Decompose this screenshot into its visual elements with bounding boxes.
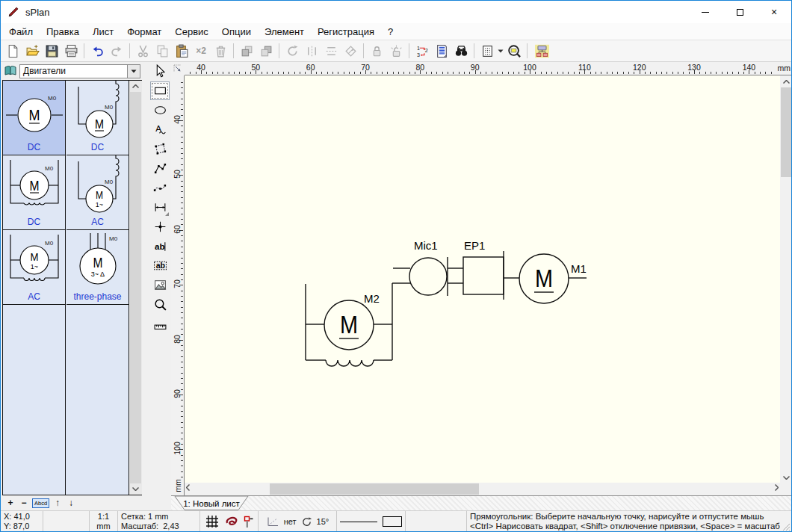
save-button[interactable] (42, 41, 61, 61)
library-item-ac-2[interactable]: M 1~ M0 AC (3, 230, 66, 305)
zoom-selection-button[interactable] (504, 41, 524, 61)
angle-settings: нет 15° (259, 511, 337, 532)
library-item-ac-1[interactable]: M 1~ M0 AC (66, 155, 129, 230)
close-button[interactable]: × (757, 1, 791, 23)
rotate-step-icon[interactable] (301, 516, 312, 528)
library-scrollbar-thumb[interactable] (130, 92, 141, 483)
cut-button[interactable] (133, 41, 152, 61)
parent-child-button[interactable] (530, 41, 553, 61)
polyline-tool[interactable] (150, 159, 170, 178)
library-item-three-phase[interactable]: M 3~ Δ M0 three-phase (66, 230, 129, 305)
minimize-icon (702, 12, 709, 13)
to-back-button[interactable] (256, 41, 276, 61)
polygon-tool[interactable] (150, 140, 170, 158)
library-item-dc-1[interactable]: M M0 DC (3, 81, 66, 155)
select-tool[interactable] (150, 62, 170, 81)
library-zoom-in-button[interactable]: + (5, 498, 16, 509)
library-zoom-out-button[interactable]: − (19, 498, 29, 509)
menu-sheet[interactable]: Лист (86, 25, 120, 39)
open-button[interactable] (22, 41, 42, 61)
scrollbar-corner (780, 483, 792, 495)
scroll-left-arrow[interactable] (186, 484, 190, 492)
resize-grip[interactable] (782, 523, 791, 531)
dimension-tool[interactable] (150, 198, 170, 217)
ruler-origin-button[interactable] (171, 62, 185, 75)
redo-button[interactable] (107, 41, 126, 61)
menu-help[interactable]: ? (381, 25, 400, 39)
menu-options[interactable]: Опции (215, 25, 258, 39)
library-item-dc-3[interactable]: M M0 DC (3, 155, 66, 230)
angle-snap-icon[interactable] (266, 516, 279, 528)
library-item-dc-2[interactable]: M M0 DC (66, 81, 129, 155)
menu-format[interactable]: Формат (120, 25, 168, 39)
library-scrollbar[interactable] (129, 80, 142, 495)
mirror-horizontal-button[interactable] (302, 41, 321, 61)
copy-button[interactable] (152, 41, 172, 61)
menu-registration[interactable]: Регистрация (311, 25, 381, 39)
library-move-down-button[interactable]: ↓ (66, 498, 76, 509)
panel-splitter[interactable] (143, 62, 149, 495)
angle-snap-value: нет (284, 517, 297, 527)
bom-list-button[interactable] (432, 41, 451, 61)
fill-style-sample[interactable] (383, 516, 402, 527)
scroll-up-arrow[interactable] (783, 77, 790, 85)
to-front-icon (240, 44, 254, 58)
combo-drop-button[interactable] (127, 65, 140, 78)
maximize-button[interactable] (723, 1, 757, 23)
rectangle-tool[interactable] (150, 81, 170, 100)
textbox-tool[interactable]: ab (150, 256, 170, 275)
measure-tool[interactable] (150, 315, 170, 333)
delete-button[interactable] (211, 41, 230, 61)
menu-service[interactable]: Сервис (168, 25, 215, 39)
paste-button[interactable] (172, 41, 191, 61)
image-tool[interactable] (150, 276, 170, 294)
to-front-button[interactable] (237, 41, 256, 61)
scroll-up-arrow[interactable] (129, 81, 142, 92)
sheet-tab[interactable]: 1: Новый лист (174, 496, 249, 511)
menu-element[interactable]: Элемент (258, 25, 311, 39)
scroll-right-arrow[interactable] (775, 484, 779, 492)
node-tool[interactable] (150, 217, 170, 236)
hint-line-1: Прямоугольник: Выберите начальную точку,… (470, 512, 788, 522)
text-tool[interactable]: ab (150, 237, 170, 256)
bezier-tool[interactable] (150, 179, 170, 197)
line-style-sample[interactable] (340, 522, 377, 522)
vertical-scroll-thumb[interactable] (781, 87, 792, 177)
drawing-canvas[interactable]: M M M2 Mic1 EP1 M1 (185, 75, 780, 483)
caret-down-icon (131, 69, 137, 73)
scroll-down-arrow[interactable] (129, 483, 142, 495)
canvas-horizontal-scrollbar[interactable] (185, 483, 780, 495)
mirror-vertical-button[interactable] (321, 41, 341, 61)
lock-button[interactable] (367, 41, 386, 61)
menu-file[interactable]: Файл (2, 25, 40, 39)
library-move-up-button[interactable]: ↑ (52, 498, 63, 509)
title-bar[interactable]: sPlan × (1, 1, 791, 23)
library-captions-toggle[interactable]: Abcd (32, 498, 49, 508)
vertical-ruler: mm 405060708090100 (171, 75, 185, 495)
print-button[interactable] (61, 41, 81, 61)
menu-edit[interactable]: Правка (40, 25, 86, 39)
undo-button[interactable] (87, 41, 107, 61)
horizontal-scroll-thumb[interactable] (270, 483, 479, 495)
grid-toggle-icon[interactable] (205, 514, 220, 529)
pin-icon[interactable] (244, 516, 253, 528)
rotate-button[interactable] (282, 41, 302, 61)
scroll-down-arrow[interactable] (783, 473, 790, 481)
renumber-button[interactable]: 123 (412, 41, 432, 61)
ellipse-tool[interactable] (150, 101, 170, 120)
special-form-tool[interactable]: A (150, 120, 170, 139)
library-category-select[interactable]: Двигатели (19, 64, 140, 78)
dc-motor-symbol: M M0 (3, 155, 66, 215)
freehand-snap-icon[interactable] (224, 516, 239, 528)
sheet-grid-dropdown[interactable] (497, 41, 504, 61)
unlock-button[interactable] (386, 41, 406, 61)
search-button[interactable] (451, 41, 471, 61)
new-file-button[interactable] (3, 41, 22, 61)
minimize-button[interactable] (688, 1, 723, 23)
flip-button[interactable] (341, 41, 360, 61)
duplicate-button[interactable]: ×2 (191, 41, 211, 61)
zoom-tool[interactable] (150, 295, 170, 314)
canvas-vertical-scrollbar[interactable] (780, 75, 792, 483)
library-header: Двигатели (1, 62, 143, 80)
sheet-grid-button[interactable] (477, 41, 497, 61)
